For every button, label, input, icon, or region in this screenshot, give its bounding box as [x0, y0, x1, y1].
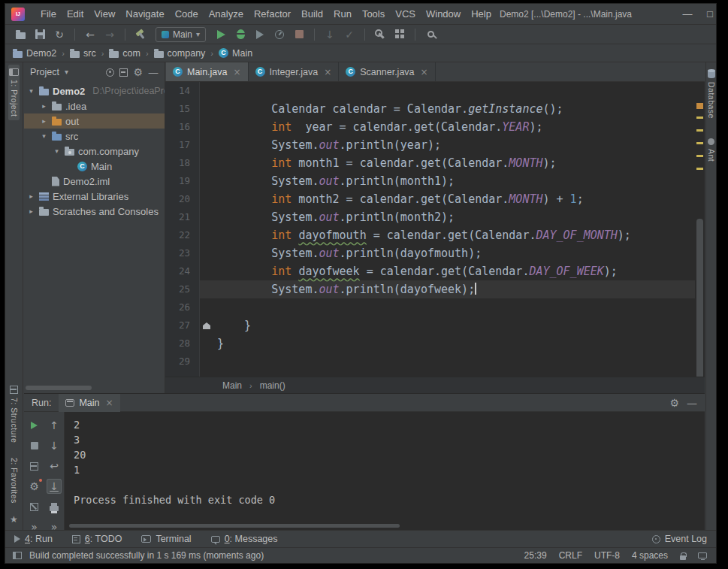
tree-item-external-libraries[interactable]: ▸External Libraries: [24, 189, 165, 204]
stop-process-button[interactable]: [27, 438, 42, 453]
code-line-20[interactable]: int month2 = calendar.get(Calendar.MONTH…: [200, 190, 705, 208]
run-button[interactable]: [212, 26, 230, 43]
tree-item-out[interactable]: ▸out: [24, 113, 165, 129]
print-button[interactable]: [47, 499, 62, 514]
menu-build[interactable]: Build: [296, 6, 328, 22]
debug-button[interactable]: [231, 26, 249, 43]
line-separator[interactable]: CRLF: [559, 550, 582, 561]
line-number[interactable]: 21: [165, 208, 199, 226]
caret-position[interactable]: 25:39: [524, 550, 547, 561]
minimize-button[interactable]: —: [676, 8, 699, 20]
line-number[interactable]: 22: [165, 226, 199, 244]
code-line-18[interactable]: int month1 = calendar.get(Calendar.MONTH…: [200, 154, 705, 172]
code-line-26[interactable]: [200, 298, 705, 316]
toolwindow-button-6-todo[interactable]: 6: TODO: [72, 534, 122, 544]
warning-stripe-mark[interactable]: [696, 129, 703, 132]
locate-file-button[interactable]: [106, 68, 114, 77]
breadcrumb-src[interactable]: src: [70, 48, 96, 59]
project-scrollbar[interactable]: [26, 386, 92, 390]
toolwindow-button-4-run[interactable]: 4: Run: [14, 534, 53, 544]
line-number[interactable]: 20: [165, 190, 199, 208]
rerun-button[interactable]: [27, 418, 42, 433]
menu-tools[interactable]: Tools: [357, 6, 390, 22]
line-number[interactable]: 23: [165, 244, 199, 262]
vcs-update-button[interactable]: ↓: [321, 26, 339, 43]
soft-wrap-button[interactable]: ↩: [47, 459, 62, 474]
line-number[interactable]: 16: [165, 118, 199, 136]
search-everywhere-button[interactable]: [421, 26, 440, 43]
line-number[interactable]: 19: [165, 172, 199, 190]
toolwindow-button-0-messages[interactable]: 0: Messages: [211, 534, 278, 544]
tree-item-idea[interactable]: ▸.idea: [24, 98, 165, 113]
line-number[interactable]: 18: [165, 154, 199, 172]
code-line-25[interactable]: System.out.println(dayofweek);: [200, 280, 705, 298]
code-line-27[interactable]: }: [200, 316, 705, 334]
warning-stripe-mark[interactable]: [696, 142, 703, 144]
tree-expand-icon[interactable]: ▸: [40, 117, 48, 125]
favorites-stripe-button[interactable]: 2: Favorites: [9, 454, 20, 507]
breadcrumb-com[interactable]: com: [109, 48, 140, 59]
line-number[interactable]: 29: [165, 353, 199, 371]
line-number[interactable]: 28: [165, 334, 199, 353]
tree-item-demo2-iml[interactable]: Demo2.iml: [24, 174, 165, 189]
synchronize-button[interactable]: ↻: [50, 26, 68, 43]
warning-stripe-mark[interactable]: [696, 168, 703, 170]
profile-button[interactable]: [270, 26, 288, 43]
vcs-commit-button[interactable]: ✓: [340, 26, 358, 43]
forward-button[interactable]: →: [101, 26, 119, 43]
project-structure-button[interactable]: [391, 26, 409, 43]
line-number[interactable]: 24: [165, 262, 199, 280]
line-number[interactable]: 25: [165, 280, 199, 298]
toolwindow-toggle-icon[interactable]: [13, 552, 22, 559]
tree-expand-icon[interactable]: ▸: [27, 207, 35, 215]
open-button[interactable]: [11, 26, 29, 43]
editor-breadcrumb-main[interactable]: main(): [260, 380, 285, 391]
console-scrollbar[interactable]: [69, 524, 400, 528]
maximize-button[interactable]: □: [699, 8, 721, 20]
run-configuration-select[interactable]: Main ▾: [156, 27, 206, 42]
ant-stripe-button[interactable]: Ant: [706, 135, 717, 165]
tree-item-main[interactable]: CMain: [24, 159, 165, 174]
save-all-button[interactable]: [31, 26, 49, 43]
more-actions-button[interactable]: »: [47, 519, 62, 534]
code-line-23[interactable]: System.out.println(dayofmouth);: [200, 244, 705, 262]
warning-stripe-mark[interactable]: [696, 155, 703, 157]
menu-refactor[interactable]: Refactor: [249, 6, 296, 22]
code-line-22[interactable]: int dayofmouth = calendar.get(Calendar.D…: [200, 226, 705, 244]
tab-main-java[interactable]: CMain.java×: [166, 62, 249, 81]
tree-item-com-company[interactable]: ▾com.company: [24, 144, 165, 159]
tab-scanner-java[interactable]: CScanner.java×: [339, 62, 435, 81]
stop-button[interactable]: [290, 26, 308, 43]
toolwindow-button-terminal[interactable]: Terminal: [141, 534, 191, 544]
line-number[interactable]: 26: [165, 298, 199, 316]
scroll-to-end-button[interactable]: ↓: [47, 479, 62, 494]
menu-help[interactable]: Help: [466, 6, 497, 22]
build-project-button[interactable]: [131, 26, 150, 43]
tab-integer-java[interactable]: CInteger.java×: [249, 62, 340, 81]
hide-run-panel-button[interactable]: —: [687, 398, 697, 408]
code-line-14[interactable]: [200, 82, 705, 100]
code-area[interactable]: Calendar calendar = Calendar.getInstance…: [200, 82, 705, 377]
code-line-19[interactable]: System.out.println(month1);: [200, 172, 705, 190]
clear-all-button[interactable]: [27, 499, 42, 514]
line-number[interactable]: 17: [165, 136, 199, 154]
tree-collapse-icon[interactable]: ▾: [27, 87, 35, 95]
menu-navigate[interactable]: Navigate: [120, 6, 169, 22]
breadcrumb-company[interactable]: company: [154, 48, 206, 59]
warning-stripe-mark[interactable]: [696, 117, 703, 119]
settings-button[interactable]: [371, 26, 389, 43]
menu-code[interactable]: Code: [170, 6, 204, 22]
menu-view[interactable]: View: [89, 6, 120, 22]
menu-analyze[interactable]: Analyze: [204, 6, 249, 22]
project-view-selector[interactable]: Project: [30, 67, 59, 77]
editor-gutter[interactable]: 14151617181920212223242526272829: [165, 82, 200, 377]
tree-item-demo2[interactable]: ▾Demo2D:\Project\ideaProje: [24, 83, 165, 98]
readonly-lock-icon[interactable]: [680, 555, 686, 560]
background-tasks-icon[interactable]: [698, 552, 707, 558]
tree-item-src[interactable]: ▾src: [24, 129, 165, 144]
line-number[interactable]: 14: [165, 82, 199, 100]
line-number[interactable]: 27: [165, 316, 199, 334]
coverage-button[interactable]: [251, 26, 269, 43]
database-stripe-button[interactable]: Database: [706, 66, 717, 123]
menu-vcs[interactable]: VCS: [390, 6, 421, 22]
